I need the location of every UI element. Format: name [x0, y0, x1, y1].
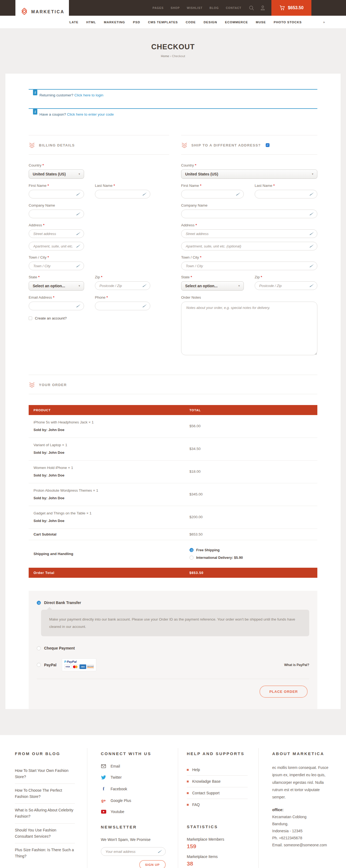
shipping-heading: SHIP TO A DIFFERENT ADDRESS?: [192, 143, 261, 147]
order-row: iPhone 5s with Headphones Jack × 1 Sold …: [29, 415, 317, 438]
help-heading: HELP AND SUPPORTS: [187, 751, 248, 756]
billing-state-select[interactable]: Select an option...▼: [29, 281, 84, 290]
pen-icon: [236, 192, 241, 196]
pen-icon: [76, 304, 81, 308]
cheque-payment-option[interactable]: Cheque Payment: [37, 646, 309, 650]
what-is-paypal-link[interactable]: What is PayPal?: [284, 663, 309, 667]
layers-icon: [29, 381, 35, 388]
header-nav-shop[interactable]: SHOP: [171, 6, 180, 9]
nav-photo-stocks[interactable]: PHOTO STOCKS: [274, 21, 302, 24]
coupon-link[interactable]: Click here to enter your code: [67, 112, 114, 117]
about-text: ec mollis lorem consequat. Fusce ipsum e…: [272, 764, 332, 801]
payment-methods-panel: Direct Bank Transfer Make your payment d…: [29, 591, 317, 709]
shipping-zip-input[interactable]: [255, 281, 317, 290]
nav-marketing[interactable]: MARKETING: [104, 21, 125, 24]
header-nav-contact[interactable]: CONTACT: [226, 6, 241, 9]
company-label: Company Name: [29, 203, 84, 207]
radio-icon[interactable]: [37, 663, 41, 667]
tag-logo-icon: [20, 7, 29, 17]
product-vendor: Sold by: John Doe: [34, 496, 185, 500]
order-row: Variant of Laptop × 1 Sold by: John Doe …: [29, 438, 317, 461]
cart-icon: [279, 5, 285, 10]
billing-first-name-field: First Name *: [29, 184, 84, 198]
paypal-logo-icon: P: [64, 660, 66, 663]
login-link[interactable]: Click here to login: [74, 93, 103, 97]
paypal-wordmark: PayPal: [67, 660, 76, 663]
amex-card-icon: AMEX: [79, 664, 86, 669]
shipping-country-select[interactable]: United States (US)▼: [181, 169, 317, 179]
nav-cms-templates[interactable]: CMS TEMPLATES: [148, 21, 178, 24]
order-table-header: PRODUCT TOTAL: [29, 405, 317, 415]
youtube-link[interactable]: Youtube: [101, 809, 166, 814]
ship-different-checkbox[interactable]: ✓: [266, 143, 270, 147]
header-nav-wishlist[interactable]: WISHLIST: [187, 6, 203, 9]
billing-country-select[interactable]: United States (US)▼: [29, 169, 84, 179]
free-shipping-option[interactable]: Free Shipping: [189, 548, 317, 552]
office-address-line: Indonesia - 12345: [272, 828, 332, 835]
members-label: Marketplace Members: [187, 837, 248, 841]
layers-icon: [181, 142, 187, 148]
contact-support-link[interactable]: Contact Support: [187, 787, 248, 799]
header-nav-blog[interactable]: BLOG: [209, 6, 219, 9]
order-total-value: $653.50: [185, 571, 317, 575]
facebook-link[interactable]: f Facebook: [101, 786, 166, 792]
footer-blog-column: FROM OUR BLOG How To Start Your Own Fash…: [0, 748, 87, 868]
radio-icon[interactable]: [189, 556, 194, 560]
paypal-option[interactable]: PayPal PPayPal VISA AMEX DISCOVER What i…: [37, 658, 309, 671]
nav-psd[interactable]: PSD: [133, 21, 140, 24]
order-notes-textarea[interactable]: [181, 302, 317, 355]
user-account-icon[interactable]: [260, 5, 266, 10]
blog-link[interactable]: How To Start Your Own Fashion Store?: [15, 764, 75, 784]
faq-link[interactable]: FAQ: [187, 799, 248, 810]
shipping-town-input[interactable]: [181, 261, 317, 270]
search-icon[interactable]: [249, 5, 254, 10]
google-plus-link[interactable]: g+ Google Plus: [101, 799, 166, 803]
logo[interactable]: MARKETICA: [15, 0, 69, 24]
nav-code[interactable]: CODE: [186, 21, 196, 24]
order-heading: YOUR ORDER: [39, 383, 67, 387]
payment-cards-image: PPayPal VISA AMEX DISCOVER: [62, 658, 96, 671]
footer-help-column: HELP AND SUPPORTS Help Knowladge Base Co…: [178, 748, 258, 868]
knowledge-base-link[interactable]: Knowladge Base: [187, 776, 248, 787]
nav-ecommerce[interactable]: ECOMMERCE: [225, 21, 248, 24]
newsletter-email-input[interactable]: [101, 847, 166, 856]
twitter-link[interactable]: Twitter: [101, 775, 166, 779]
statistics-heading: STATISTICS: [187, 825, 248, 829]
breadcrumb-home[interactable]: Home: [161, 55, 169, 58]
blog-link[interactable]: Should You Use Fashion Consultant Servic…: [15, 824, 75, 843]
shipping-state-field: State * Select an option...▼: [181, 275, 244, 290]
newsletter-signup-button[interactable]: SIGN UP: [139, 860, 166, 868]
radio-selected-icon[interactable]: [189, 548, 194, 552]
shipping-last-name-input[interactable]: [255, 190, 317, 198]
shipping-zip-field: Zip *: [255, 275, 317, 290]
radio-selected-icon[interactable]: [37, 601, 41, 605]
blog-link[interactable]: What is So Alluring About Celebrity Fash…: [15, 804, 75, 823]
cart-button[interactable]: $653.50: [271, 0, 311, 16]
newsletter-tagline: We Won't Spam, We Promise: [101, 837, 166, 842]
pen-icon: [309, 244, 314, 248]
shipping-company-input[interactable]: [181, 210, 317, 218]
header-nav-pages[interactable]: PAGES: [152, 6, 164, 9]
shipping-state-select[interactable]: Select an option...▼: [181, 281, 244, 290]
facebook-icon: f: [101, 786, 106, 792]
shipping-first-name-input[interactable]: [181, 190, 244, 198]
nav-muse[interactable]: MUSE: [256, 21, 266, 24]
pen-icon: [76, 244, 81, 248]
info-icon: i: [33, 90, 37, 95]
nav-html[interactable]: HTML: [86, 21, 96, 24]
shipping-address-input[interactable]: [181, 229, 317, 238]
help-link[interactable]: Help: [187, 764, 248, 776]
blog-link[interactable]: How To Choose The Perfect Fashion Store?: [15, 784, 75, 804]
nav-more-chevron[interactable]: »: [323, 20, 325, 24]
bank-transfer-option[interactable]: Direct Bank Transfer: [37, 600, 309, 605]
breadcrumb-current: Checkout: [172, 55, 185, 58]
international-delivery-option[interactable]: International Delivery: $5.90: [189, 556, 317, 560]
create-account-checkbox[interactable]: [29, 316, 32, 320]
shipping-address2-input[interactable]: [181, 242, 317, 250]
nav-design[interactable]: DESIGN: [204, 21, 217, 24]
radio-icon[interactable]: [37, 646, 41, 650]
billing-country-field: Country * United States (US)▼: [29, 163, 84, 179]
blog-link[interactable]: Plus Size Fashion: Is There Such a Thing…: [15, 843, 75, 863]
email-link[interactable]: Email: [101, 764, 166, 768]
place-order-button[interactable]: PLACE ORDER: [260, 685, 308, 698]
